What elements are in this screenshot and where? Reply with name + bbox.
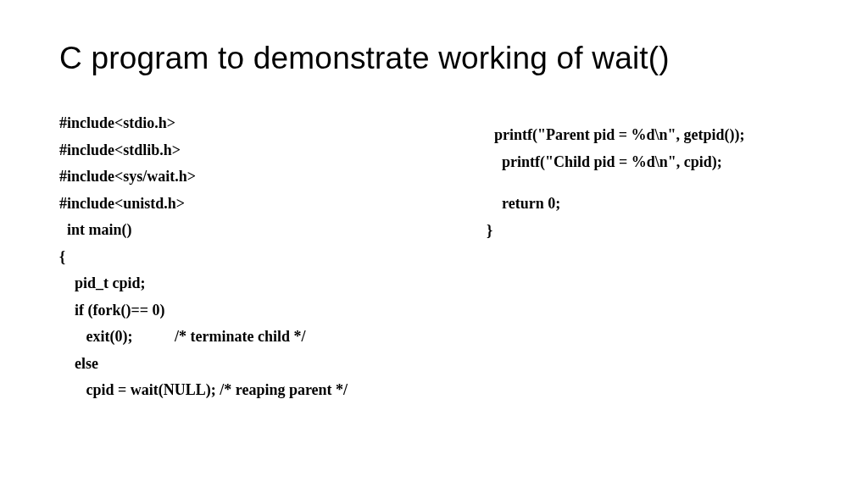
code-line: #include<stdlib.h> (59, 137, 453, 164)
code-line: #include<unistd.h> (59, 191, 453, 218)
code-line: return 0; (487, 191, 809, 218)
slide-container: C program to demonstrate working of wait… (0, 0, 868, 488)
code-line: #include<sys/wait.h> (59, 164, 453, 191)
code-line: else (59, 351, 453, 378)
code-line: exit(0); /* terminate child */ (59, 324, 453, 351)
code-line: #include<stdio.h> (59, 110, 453, 137)
code-line: } (487, 218, 809, 245)
content-columns: #include<stdio.h> #include<stdlib.h> #in… (59, 110, 809, 404)
slide-title: C program to demonstrate working of wait… (59, 41, 809, 76)
code-line: int main() (59, 217, 453, 244)
code-line: printf("Child pid = %d\n", cpid); (487, 149, 809, 176)
code-column-left: #include<stdio.h> #include<stdlib.h> #in… (59, 110, 453, 404)
code-line: cpid = wait(NULL); /* reaping parent */ (59, 377, 453, 404)
code-line: if (fork()== 0) (59, 297, 453, 324)
code-line: pid_t cpid; (59, 270, 453, 297)
code-line: { (59, 244, 453, 271)
blank-line (487, 175, 809, 191)
code-column-right: printf("Parent pid = %d\n", getpid()); p… (487, 110, 809, 404)
code-line: printf("Parent pid = %d\n", getpid()); (487, 122, 809, 149)
